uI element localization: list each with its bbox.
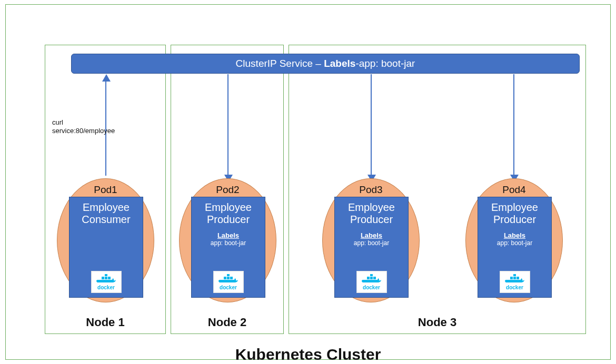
pod-2-container: Employee Producer Labels app: boot-jar d… <box>191 197 265 298</box>
curl-annotation: curl service:80/employee <box>52 118 115 135</box>
pod-1-container: Employee Consumer docker <box>69 197 143 298</box>
svg-rect-13 <box>227 277 230 279</box>
pod-3-labels: Labels app: boot-jar <box>335 232 408 247</box>
docker-icon <box>361 274 382 286</box>
docker-logo: docker <box>213 271 244 293</box>
pod-1-container-title: Employee Consumer <box>69 197 143 226</box>
node-2-label: Node 2 <box>171 316 283 329</box>
pod-2-labels-title: Labels <box>192 232 265 240</box>
curl-line2: service:80/employee <box>52 127 115 135</box>
svg-rect-14 <box>230 277 233 279</box>
service-suffix: -app: boot-jar <box>355 58 415 69</box>
pod-4-container-title: Employee Producer <box>478 197 551 226</box>
svg-rect-30 <box>516 277 519 279</box>
service-prefix: ClusterIP Service – <box>236 58 324 69</box>
svg-rect-6 <box>108 277 111 279</box>
pod-3-container: Employee Producer Labels app: boot-jar d… <box>334 197 409 298</box>
arrow-service-to-pod2 <box>227 74 228 176</box>
pod-4-label: Pod4 <box>466 184 562 196</box>
docker-logo: docker <box>356 271 387 293</box>
docker-icon <box>504 274 525 286</box>
cluster-title: Kubernetes Cluster <box>0 346 616 363</box>
svg-rect-28 <box>510 277 513 279</box>
service-label: ClusterIP Service – Labels-app: boot-jar <box>236 58 415 69</box>
docker-icon <box>96 274 117 286</box>
pod-2: Pod2 Employee Producer Labels app: boot-… <box>179 178 276 302</box>
pod-4-labels-title: Labels <box>478 232 551 240</box>
svg-rect-12 <box>224 277 226 279</box>
pod-3-container-title: Employee Producer <box>335 197 408 226</box>
docker-text: docker <box>220 285 237 290</box>
svg-rect-15 <box>227 274 230 276</box>
docker-text: docker <box>97 285 115 290</box>
svg-rect-4 <box>102 277 104 279</box>
curl-line1: curl <box>52 118 115 127</box>
node-1-label: Node 1 <box>45 316 165 329</box>
service-bold: Labels <box>324 58 355 69</box>
pod-4: Pod4 Employee Producer Labels app: boot-… <box>465 178 563 302</box>
svg-rect-31 <box>513 274 516 276</box>
clusterip-service-bar: ClusterIP Service – Labels-app: boot-jar <box>71 54 580 74</box>
docker-logo: docker <box>91 271 122 293</box>
pod-3-labels-title: Labels <box>335 232 408 240</box>
docker-logo: docker <box>500 271 530 293</box>
svg-rect-7 <box>105 274 107 276</box>
pod-2-label: Pod2 <box>180 184 276 196</box>
arrow-service-to-pod3 <box>371 74 372 176</box>
pod-1-label: Pod1 <box>57 184 154 196</box>
docker-icon <box>218 274 239 286</box>
pod-3-label: Pod3 <box>323 184 419 196</box>
pod-3-labels-value: app: boot-jar <box>335 240 408 247</box>
docker-text: docker <box>363 285 380 290</box>
docker-text: docker <box>506 285 523 290</box>
svg-rect-21 <box>370 277 373 279</box>
svg-rect-29 <box>513 277 516 279</box>
pod-4-labels: Labels app: boot-jar <box>478 232 551 247</box>
node-3-label: Node 3 <box>289 316 585 329</box>
svg-rect-23 <box>370 274 373 276</box>
pod-4-labels-value: app: boot-jar <box>478 240 551 247</box>
arrow-service-to-pod4 <box>513 74 514 176</box>
svg-rect-22 <box>373 277 376 279</box>
pod-1: Pod1 Employee Consumer docker <box>57 178 154 302</box>
svg-rect-5 <box>105 277 107 279</box>
pod-4-container: Employee Producer Labels app: boot-jar d… <box>478 197 552 298</box>
svg-rect-20 <box>367 277 370 279</box>
pod-3: Pod3 Employee Producer Labels app: boot-… <box>322 178 420 302</box>
pod-2-labels-value: app: boot-jar <box>192 240 265 247</box>
pod-2-container-title: Employee Producer <box>192 197 265 226</box>
pod-2-labels: Labels app: boot-jar <box>192 232 265 247</box>
